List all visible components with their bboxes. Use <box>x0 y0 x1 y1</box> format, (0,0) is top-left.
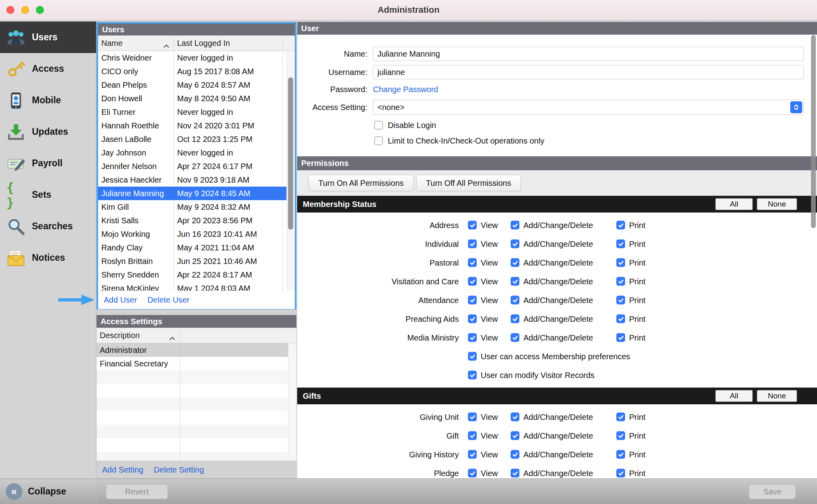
disable-login-checkbox[interactable] <box>374 121 383 130</box>
add-change-delete-checkbox[interactable] <box>511 413 519 421</box>
select-none-button[interactable]: None <box>757 198 797 210</box>
users-column-name[interactable]: Name <box>98 35 174 51</box>
extra-permission-checkbox[interactable] <box>468 371 477 380</box>
save-button[interactable]: Save <box>749 484 796 499</box>
access-setting-empty-row <box>97 384 296 398</box>
view-label: View <box>481 469 498 478</box>
view-checkbox[interactable] <box>468 315 477 323</box>
add-change-delete-checkbox[interactable] <box>511 296 519 305</box>
print-checkbox[interactable] <box>616 296 625 305</box>
view-checkbox[interactable] <box>468 258 477 267</box>
add-user-link[interactable]: Add User <box>104 295 137 305</box>
print-checkbox[interactable] <box>616 277 625 286</box>
users-table-row[interactable]: Sirena McKinleyMay 1 2024 8:03 AM <box>98 282 295 291</box>
cico-limit-checkbox[interactable] <box>374 136 383 145</box>
sidebar-item-label: Searches <box>32 221 73 232</box>
view-checkbox[interactable] <box>468 221 477 230</box>
users-table-row[interactable]: Jennifer NelsonApr 27 2024 6:17 PM <box>98 159 295 173</box>
print-checkbox[interactable] <box>616 413 625 421</box>
users-scrollbar[interactable] <box>286 51 295 291</box>
access-setting-empty-row <box>97 425 296 438</box>
add-change-delete-checkbox[interactable] <box>511 469 519 478</box>
access-column-description[interactable]: Description <box>97 328 180 343</box>
sidebar-item-notices[interactable]: Notices <box>0 242 96 274</box>
users-table-row[interactable]: Kim GillMay 9 2024 8:32 AM <box>98 200 295 214</box>
select-all-button[interactable]: All <box>715 198 753 210</box>
access-setting-dropdown[interactable]: <none> <box>373 100 804 115</box>
access-scrollbar[interactable] <box>288 343 296 461</box>
users-table-row[interactable]: CICO onlyAug 15 2017 8:08 AM <box>98 65 295 78</box>
view-checkbox[interactable] <box>468 431 477 440</box>
users-table-row[interactable]: Dean PhelpsMay 6 2024 8:57 AM <box>98 78 295 92</box>
access-setting-empty-row <box>97 411 296 425</box>
sidebar-item-users[interactable]: Users <box>0 22 96 53</box>
turn-off-all-permissions-button[interactable]: Turn Off All Permissions <box>416 175 521 191</box>
delete-setting-link[interactable]: Delete Setting <box>154 465 204 474</box>
view-checkbox[interactable] <box>468 296 477 305</box>
access-setting-row[interactable]: Financial Secretary <box>97 357 296 370</box>
sidebar-item-searches[interactable]: Searches <box>0 211 96 242</box>
select-none-button[interactable]: None <box>757 390 797 402</box>
view-checkbox[interactable] <box>468 333 477 342</box>
minimize-window-button[interactable] <box>21 6 29 14</box>
users-table-row[interactable]: Mojo WorkingJun 16 2023 10:41 AM <box>98 227 295 241</box>
users-table-row[interactable]: Randy ClayMay 4 2021 11:04 AM <box>98 241 295 254</box>
change-password-link[interactable]: Change Password <box>373 85 438 94</box>
view-checkbox[interactable] <box>468 277 477 286</box>
zoom-window-button[interactable] <box>36 6 44 14</box>
turn-on-all-permissions-button[interactable]: Turn On All Permissions <box>308 175 414 191</box>
print-checkbox[interactable] <box>616 315 625 323</box>
users-table-row[interactable]: Julianne ManningMay 9 2024 8:45 AM <box>98 187 295 200</box>
view-checkbox[interactable] <box>468 469 477 478</box>
sidebar-item-mobile[interactable]: Mobile <box>0 85 96 116</box>
print-checkbox[interactable] <box>616 258 625 267</box>
sidebar-item-updates[interactable]: Updates <box>0 116 96 148</box>
print-checkbox[interactable] <box>616 333 625 342</box>
name-input[interactable] <box>373 47 804 61</box>
users-table-row[interactable]: Jay JohnsonNever logged in <box>98 146 295 159</box>
extra-permission-checkbox[interactable] <box>468 352 477 361</box>
view-checkbox[interactable] <box>468 240 477 248</box>
add-change-delete-checkbox[interactable] <box>511 277 519 286</box>
add-change-delete-checkbox[interactable] <box>511 221 519 230</box>
users-table-row[interactable]: Roslyn BrittainJun 25 2021 10:46 AM <box>98 254 295 268</box>
delete-user-link[interactable]: Delete User <box>147 295 189 305</box>
print-checkbox[interactable] <box>616 450 625 459</box>
close-window-button[interactable] <box>6 6 14 14</box>
add-change-delete-checkbox[interactable] <box>511 240 519 248</box>
users-table-row[interactable]: Chris WeidnerNever logged in <box>98 51 295 65</box>
users-column-name-label: Name <box>101 39 122 48</box>
users-scrollbar-thumb[interactable] <box>288 77 293 230</box>
users-table-row[interactable]: Jessica HaecklerNov 9 2023 9:18 AM <box>98 173 295 187</box>
print-checkbox[interactable] <box>616 469 625 478</box>
select-all-button[interactable]: All <box>715 390 753 402</box>
add-change-delete-checkbox[interactable] <box>511 258 519 267</box>
users-column-lastlogin[interactable]: Last Logged In <box>174 35 295 51</box>
sidebar-item-payroll[interactable]: Payroll <box>0 148 96 179</box>
sidebar-item-label: Sets <box>32 189 51 200</box>
users-table-row[interactable]: Eli TurnerNever logged in <box>98 105 295 119</box>
collapse-button[interactable]: « Collapse <box>0 478 96 504</box>
add-setting-link[interactable]: Add Setting <box>102 465 143 474</box>
sidebar-item-sets[interactable]: { }Sets <box>0 179 96 211</box>
print-checkbox[interactable] <box>616 221 625 230</box>
users-table-row[interactable]: Kristi SallsApr 20 2023 8:56 PM <box>98 214 295 227</box>
view-checkbox[interactable] <box>468 450 477 459</box>
users-table-row[interactable]: Jasen LaBolleOct 12 2023 1:25 PM <box>98 132 295 146</box>
users-table-row[interactable]: Hannah RoethleNov 24 2020 3:01 PM <box>98 119 295 132</box>
add-change-delete-checkbox[interactable] <box>511 333 519 342</box>
user-panel-scrollbar-thumb[interactable] <box>811 35 816 228</box>
users-table-row[interactable]: Don HowellMay 8 2024 9:50 AM <box>98 92 295 105</box>
access-setting-row[interactable]: Administrator <box>97 343 296 357</box>
add-change-delete-checkbox[interactable] <box>511 450 519 459</box>
username-input[interactable] <box>373 65 804 79</box>
permission-row: Giving UnitViewAdd/Change/DeletePrint <box>297 408 817 426</box>
users-table-row[interactable]: Sherry SneddenApr 22 2024 8:17 AM <box>98 268 295 282</box>
print-checkbox[interactable] <box>616 240 625 248</box>
revert-button[interactable]: Revert <box>106 484 168 499</box>
add-change-delete-checkbox[interactable] <box>511 431 519 440</box>
sidebar-item-access[interactable]: Access <box>0 53 96 85</box>
view-checkbox[interactable] <box>468 413 477 421</box>
add-change-delete-checkbox[interactable] <box>511 315 519 323</box>
print-checkbox[interactable] <box>616 431 625 440</box>
